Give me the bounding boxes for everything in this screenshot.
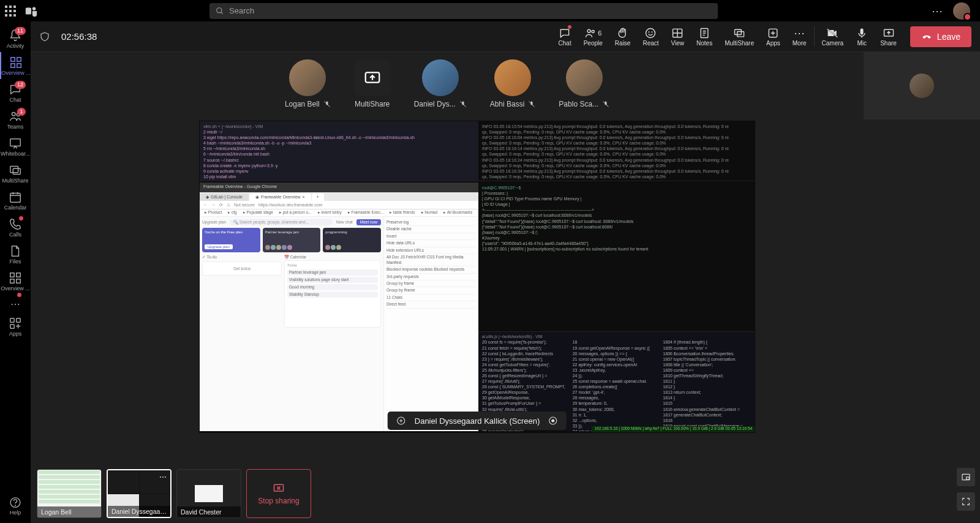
- thumb-david[interactable]: David Chester: [176, 469, 241, 518]
- terminal-shell: root@C.9905107:~$ | Processes: || GPU GI…: [478, 182, 755, 332]
- meeting-stage: Logan Bell MultiShare Daniel Dys... Abhi…: [31, 52, 980, 523]
- multishare-button[interactable]: MultiShare: [718, 21, 760, 51]
- stop-sharing-button[interactable]: Stop sharing: [246, 469, 311, 518]
- people-button[interactable]: 6 People: [578, 21, 609, 51]
- multishare-tile[interactable]: MultiShare: [354, 59, 391, 108]
- svg-rect-10: [10, 166, 18, 172]
- hand-icon: [617, 27, 629, 39]
- rail-activity[interactable]: Activity 11: [0, 25, 31, 52]
- mic-muted-icon: [528, 100, 535, 108]
- calendar-icon: [9, 190, 22, 204]
- app-launcher-icon[interactable]: [5, 6, 16, 17]
- rail-chat[interactable]: Chat 12: [0, 79, 31, 106]
- self-view[interactable]: [864, 52, 980, 119]
- rail-multishare[interactable]: MultiShare: [0, 160, 31, 187]
- leave-button[interactable]: Leave: [910, 26, 971, 47]
- svg-point-21: [15, 505, 16, 506]
- rail-files[interactable]: Files: [0, 241, 31, 268]
- phone-down-icon: [921, 31, 932, 42]
- settings-more-icon[interactable]: ⋯: [932, 4, 943, 18]
- chrome-window: Frameable Overview - Google Chrome ◆GitL…: [200, 182, 478, 431]
- more-button[interactable]: ⋯ More: [786, 21, 813, 51]
- apps-icon: [9, 317, 22, 330]
- participant-daniel[interactable]: Daniel Dys...: [414, 59, 467, 108]
- svg-rect-4: [17, 57, 21, 61]
- camera-off-icon: [826, 27, 839, 39]
- svg-point-24: [646, 28, 655, 37]
- svg-rect-11: [13, 168, 20, 174]
- thumb-more-icon[interactable]: ⋯: [159, 473, 167, 481]
- mic-button[interactable]: Mic: [850, 21, 874, 51]
- notes-button[interactable]: Notes: [690, 21, 718, 51]
- thumb-logan[interactable]: Logan Bell: [37, 469, 102, 518]
- rail-overview[interactable]: Overview ...: [0, 52, 31, 79]
- svg-point-7: [12, 112, 16, 116]
- search-input[interactable]: Search: [209, 3, 718, 19]
- svg-rect-17: [10, 318, 14, 322]
- meeting-timer: 02:56:38: [61, 31, 97, 42]
- svg-rect-44: [967, 477, 970, 480]
- participant-row: Logan Bell MultiShare Daniel Dys... Abhi…: [31, 59, 864, 108]
- svg-rect-29: [735, 29, 742, 34]
- rail-calls[interactable]: Calls: [0, 214, 31, 241]
- user-avatar[interactable]: [953, 2, 970, 20]
- react-button[interactable]: React: [636, 21, 665, 51]
- thumb-daniel[interactable]: ⋯ Daniel Dyssegaard ...: [107, 469, 172, 518]
- svg-rect-32: [861, 28, 864, 34]
- view-button[interactable]: View: [665, 21, 691, 51]
- search-icon: [216, 7, 224, 15]
- participant-pablo[interactable]: Pablo Sca...: [559, 59, 609, 108]
- teams-logo-icon: [24, 4, 38, 18]
- rail-more[interactable]: ⋯: [0, 295, 31, 313]
- svg-rect-19: [10, 324, 14, 328]
- multishare-icon: [9, 164, 22, 177]
- svg-rect-6: [17, 63, 21, 67]
- file-icon: [9, 244, 22, 258]
- svg-rect-15: [10, 279, 14, 282]
- smile-icon: [644, 27, 657, 39]
- mic-icon: [856, 27, 868, 39]
- expand-icon[interactable]: [396, 416, 406, 426]
- rail-help[interactable]: Help: [0, 496, 31, 523]
- share-button[interactable]: Share: [874, 21, 903, 51]
- fullscreen-button[interactable]: [957, 492, 975, 511]
- svg-rect-16: [17, 279, 20, 282]
- svg-rect-0: [26, 7, 31, 14]
- dock-button[interactable]: [957, 468, 975, 486]
- svg-rect-14: [17, 273, 20, 276]
- rail-apps[interactable]: Apps: [0, 313, 31, 340]
- apps-button[interactable]: Apps: [760, 21, 786, 51]
- shared-screen[interactable]: vllm.sh + (~/work/condor) - VIM 2 mkdir …: [199, 121, 755, 433]
- plus-square-icon: [767, 27, 779, 39]
- participant-abhi[interactable]: Abhi Bassi: [490, 59, 536, 108]
- mic-muted-icon: [459, 100, 467, 108]
- svg-point-25: [649, 31, 650, 32]
- grid-icon: [9, 56, 23, 69]
- svg-rect-3: [11, 57, 15, 61]
- rail-teams[interactable]: Teams 1: [0, 106, 31, 133]
- svg-rect-5: [11, 63, 15, 67]
- rail-calendar[interactable]: Calendar: [0, 187, 31, 214]
- more-dot: [17, 293, 21, 297]
- screen-up-icon: [363, 69, 382, 87]
- chat-button[interactable]: Chat: [552, 21, 578, 51]
- target-icon[interactable]: [548, 416, 558, 426]
- svg-point-23: [592, 30, 594, 32]
- raise-button[interactable]: Raise: [609, 21, 637, 51]
- rail-overview2[interactable]: Overview ...: [0, 268, 31, 295]
- whiteboard-icon: [9, 137, 22, 150]
- svg-rect-12: [10, 193, 21, 202]
- svg-point-1: [32, 7, 36, 10]
- rail-whiteboard[interactable]: Whiteboar...: [0, 133, 31, 160]
- people-icon: [584, 27, 597, 39]
- camera-button[interactable]: Camera: [816, 21, 850, 51]
- app-rail: Activity 11 Overview ... Chat 12 Teams 1…: [0, 21, 31, 523]
- svg-rect-18: [17, 318, 20, 322]
- calls-dot: [19, 216, 23, 220]
- svg-point-41: [552, 420, 554, 422]
- participant-logan[interactable]: Logan Bell: [285, 59, 331, 108]
- svg-rect-9: [10, 138, 21, 146]
- shield-icon[interactable]: [39, 31, 50, 42]
- svg-rect-30: [737, 31, 744, 36]
- share-up-icon: [883, 27, 895, 39]
